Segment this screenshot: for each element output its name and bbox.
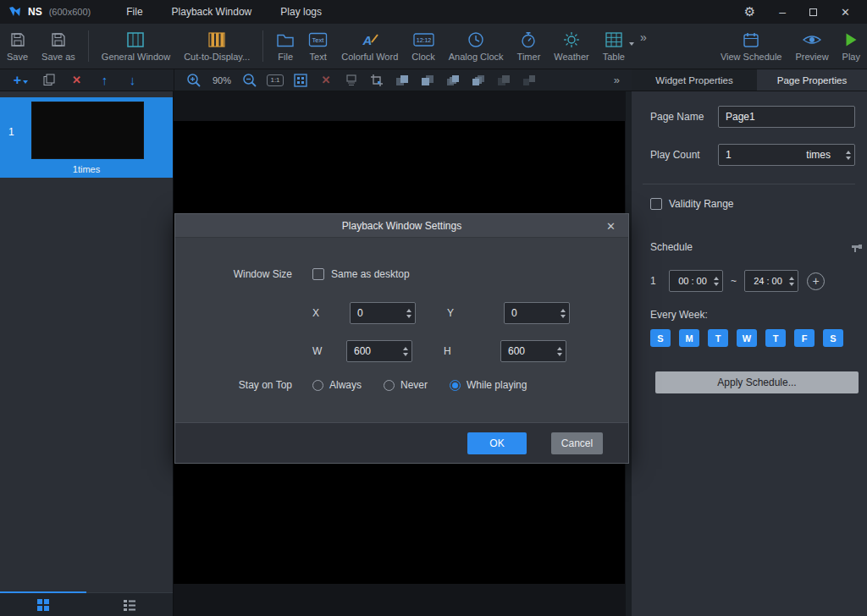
validity-range-row[interactable]: Validity Range — [650, 198, 855, 210]
fit-to-screen-button[interactable] — [288, 69, 313, 91]
toolbar-overflow-button[interactable]: » — [632, 24, 655, 44]
move-page-up-button[interactable]: ↑ — [91, 69, 119, 91]
day-button-sunday[interactable]: S — [650, 329, 671, 347]
ok-button[interactable]: OK — [467, 432, 527, 454]
colorful-word-button[interactable]: A Colorful Word — [334, 24, 405, 69]
save-as-button[interactable]: Save as — [35, 24, 82, 69]
radio-always[interactable]: Always — [312, 379, 362, 391]
menu-file[interactable]: File — [126, 6, 142, 18]
menu-play-logs[interactable]: Play logs — [280, 6, 322, 18]
x-spinner[interactable] — [406, 303, 411, 323]
add-schedule-button[interactable]: + — [807, 272, 825, 290]
clear-widget-button[interactable] — [339, 69, 364, 91]
close-button[interactable]: ✕ — [841, 6, 850, 19]
copy-page-button[interactable] — [35, 69, 63, 91]
h-spinner[interactable] — [557, 341, 562, 361]
text-widget-button[interactable]: Text Text — [301, 24, 334, 69]
spinner-up-icon[interactable] — [846, 151, 851, 154]
analog-clock-button[interactable]: Analog Clock — [442, 24, 511, 69]
bring-forward-button[interactable] — [389, 69, 415, 91]
actual-size-button[interactable]: 1:1 — [262, 69, 288, 91]
crop-widget-button[interactable] — [364, 69, 389, 91]
zoom-in-button[interactable] — [181, 69, 207, 91]
spinner-down-icon[interactable] — [561, 315, 566, 318]
w-spinner[interactable] — [403, 341, 408, 361]
apply-schedule-button[interactable]: Apply Schedule... — [655, 371, 859, 393]
menu-playback-window[interactable]: Playback Window — [172, 6, 252, 18]
add-page-button[interactable]: + — [7, 69, 35, 91]
end-time-spinner[interactable] — [789, 271, 794, 291]
spinner-up-icon[interactable] — [406, 309, 411, 312]
spinner-up-icon[interactable] — [714, 277, 719, 280]
validity-range-checkbox[interactable] — [650, 198, 662, 210]
dialog-close-button[interactable]: ✕ — [600, 214, 621, 238]
timer-widget-button[interactable]: Timer — [511, 24, 548, 69]
play-button[interactable]: Play — [836, 24, 867, 69]
edit-tools-overflow-button[interactable]: » — [614, 74, 632, 86]
day-button-wednesday[interactable]: W — [737, 329, 757, 347]
send-to-back-button[interactable] — [466, 69, 491, 91]
day-button-thursday[interactable]: T — [765, 329, 786, 347]
page-name-input[interactable]: Page1 — [718, 106, 855, 128]
tab-page-properties[interactable]: Page Properties — [757, 69, 867, 91]
settings-gear-icon[interactable]: ⚙ — [744, 4, 755, 19]
spinner-down-icon[interactable] — [846, 157, 851, 160]
move-page-down-button[interactable]: ↓ — [119, 69, 146, 91]
spinner-up-icon[interactable] — [557, 347, 562, 350]
list-view-button[interactable] — [86, 593, 173, 616]
day-button-tuesday[interactable]: T — [708, 329, 728, 347]
day-button-monday[interactable]: M — [679, 329, 699, 347]
delete-widget-button[interactable]: ✕ — [313, 69, 339, 91]
tab-widget-properties[interactable]: Widget Properties — [632, 69, 757, 91]
play-count-input[interactable]: 1 times — [718, 144, 855, 166]
end-time-input[interactable]: 24 : 00 — [744, 270, 798, 292]
editor-canvas[interactable]: Playback Window Settings ✕ Window Size S… — [174, 91, 632, 616]
grid-view-button[interactable] — [0, 593, 86, 616]
clock-widget-button[interactable]: 12:12 Clock — [405, 24, 442, 69]
h-input[interactable]: 600 — [500, 340, 566, 362]
spinner-up-icon[interactable] — [789, 277, 794, 280]
day-button-saturday[interactable]: S — [823, 329, 843, 347]
schedule-action-icon[interactable] — [850, 240, 864, 254]
x-input[interactable]: 0 — [350, 302, 416, 324]
spinner-up-icon[interactable] — [403, 347, 408, 350]
y-input[interactable]: 0 — [504, 302, 570, 324]
zoom-out-button[interactable] — [237, 69, 262, 91]
table-widget-button[interactable]: Table — [596, 24, 632, 69]
same-as-desktop-checkbox[interactable] — [312, 268, 324, 280]
play-count-spinner[interactable] — [846, 145, 851, 165]
group-widgets-button[interactable] — [491, 69, 516, 91]
send-backward-button[interactable] — [415, 69, 440, 91]
general-window-button[interactable]: General Window — [95, 24, 177, 69]
radio-while-playing[interactable]: While playing — [450, 379, 527, 391]
spinner-down-icon[interactable] — [403, 353, 408, 356]
w-input[interactable]: 600 — [346, 340, 412, 362]
start-time-input[interactable]: 00 : 00 — [669, 270, 723, 292]
spinner-down-icon[interactable] — [789, 283, 794, 286]
spinner-down-icon[interactable] — [406, 315, 411, 318]
save-button[interactable]: Save — [0, 24, 35, 69]
clock-widget-label: Clock — [411, 52, 435, 62]
day-button-friday[interactable]: F — [794, 329, 815, 347]
spinner-down-icon[interactable] — [557, 353, 562, 356]
file-widget-button[interactable]: File — [269, 24, 301, 69]
bring-to-front-button[interactable] — [440, 69, 466, 91]
cut-to-display-button[interactable]: Cut-to-Display... — [177, 24, 257, 69]
start-time-spinner[interactable] — [714, 271, 719, 291]
spinner-down-icon[interactable] — [714, 283, 719, 286]
radio-never[interactable]: Never — [384, 379, 428, 391]
page-list-item-selected[interactable]: 1 1times — [0, 97, 173, 178]
cancel-button[interactable]: Cancel — [551, 432, 603, 454]
delete-page-button[interactable]: ✕ — [63, 69, 91, 91]
spinner-up-icon[interactable] — [561, 309, 566, 312]
minimize-button[interactable]: – — [779, 5, 786, 19]
y-spinner[interactable] — [561, 303, 566, 323]
delete-icon: ✕ — [72, 74, 81, 86]
weather-widget-button[interactable]: Weather — [547, 24, 595, 69]
maximize-button[interactable] — [809, 8, 817, 16]
page-thumbnail[interactable] — [31, 102, 144, 159]
preview-button[interactable]: Preview — [788, 24, 835, 69]
table-dropdown-caret-icon[interactable] — [629, 42, 634, 46]
view-schedule-button[interactable]: View Schedule — [714, 24, 789, 69]
ungroup-widgets-button[interactable] — [516, 69, 542, 91]
